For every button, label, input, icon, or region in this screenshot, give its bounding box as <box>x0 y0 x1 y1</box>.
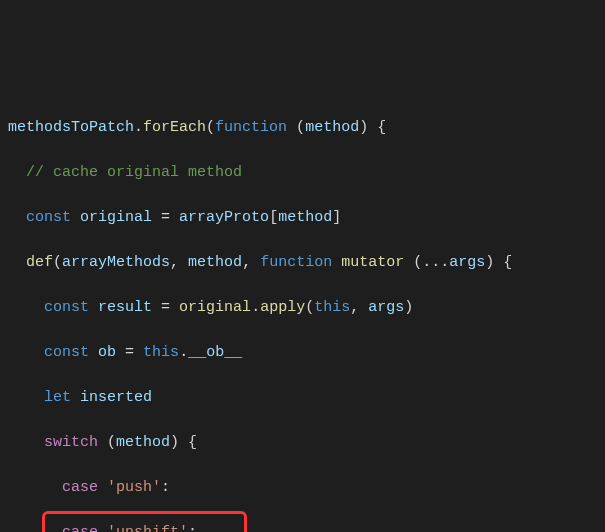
function-call: def <box>26 254 53 271</box>
identifier: method <box>188 254 242 271</box>
keyword: this <box>143 344 179 361</box>
keyword: function <box>215 119 287 136</box>
identifier: ob <box>98 344 116 361</box>
identifier: original <box>80 209 152 226</box>
code-line: let inserted <box>8 387 597 410</box>
identifier: args <box>368 299 404 316</box>
comment: // cache original method <box>26 164 242 181</box>
method-call: forEach <box>143 119 206 136</box>
code-line: const original = arrayProto[method] <box>8 207 597 230</box>
code-line: switch (method) { <box>8 432 597 455</box>
string: 'unshift' <box>107 524 188 533</box>
function-name: mutator <box>341 254 404 271</box>
code-line: def(arrayMethods, method, function mutat… <box>8 252 597 275</box>
identifier: arrayProto <box>179 209 269 226</box>
code-line: methodsToPatch.forEach(function (method)… <box>8 117 597 140</box>
code-line: case 'unshift': <box>8 522 597 533</box>
method-call: apply <box>260 299 305 316</box>
param: method <box>305 119 359 136</box>
code-line: const ob = this.__ob__ <box>8 342 597 365</box>
keyword: const <box>44 344 89 361</box>
keyword: function <box>260 254 332 271</box>
code-line: case 'push': <box>8 477 597 500</box>
identifier: method <box>278 209 332 226</box>
code-line: // cache original method <box>8 162 597 185</box>
keyword: case <box>62 479 98 496</box>
identifier: original <box>179 299 251 316</box>
code-line: const result = original.apply(this, args… <box>8 297 597 320</box>
property: __ob__ <box>188 344 242 361</box>
identifier: methodsToPatch <box>8 119 134 136</box>
keyword: this <box>314 299 350 316</box>
keyword: switch <box>44 434 98 451</box>
keyword: const <box>44 299 89 316</box>
identifier: result <box>98 299 152 316</box>
keyword: case <box>62 524 98 533</box>
keyword: const <box>26 209 71 226</box>
string: 'push' <box>107 479 161 496</box>
code-editor: methodsToPatch.forEach(function (method)… <box>8 94 597 532</box>
identifier: method <box>116 434 170 451</box>
keyword: let <box>44 389 71 406</box>
param: args <box>449 254 485 271</box>
identifier: inserted <box>80 389 152 406</box>
identifier: arrayMethods <box>62 254 170 271</box>
